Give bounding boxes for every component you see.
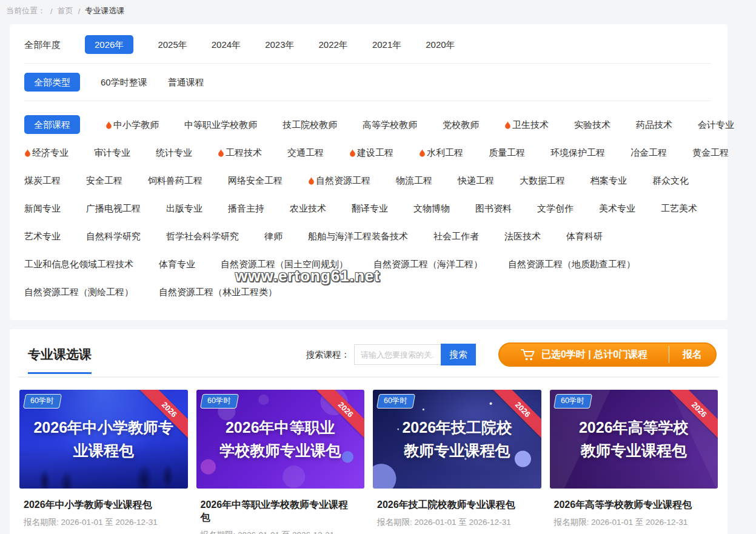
category-option[interactable]: 经济专业 <box>24 143 69 162</box>
category-option[interactable]: 美术专业 <box>599 199 635 218</box>
category-label: 经济专业 <box>32 147 69 158</box>
category-option[interactable]: 图书资料 <box>475 199 512 218</box>
category-option[interactable]: 农业技术 <box>290 199 326 218</box>
category-option[interactable]: 艺术专业 <box>24 227 61 245</box>
category-label: 文物博物 <box>413 203 450 213</box>
category-option[interactable]: 哲学社会科学研究 <box>166 227 239 245</box>
category-option[interactable]: 体育科研 <box>566 227 603 245</box>
category-option[interactable]: 自然资源工程（地质勘查工程） <box>508 255 635 273</box>
category-option[interactable]: 交通工程 <box>287 143 324 162</box>
category-option[interactable]: 会计专业 <box>698 115 734 134</box>
category-option[interactable]: 群众文化 <box>652 171 689 190</box>
type-option[interactable]: 60学时整课 <box>101 73 147 92</box>
category-option[interactable]: 自然资源工程（测绘工程） <box>24 282 133 301</box>
category-option[interactable]: 饲料兽药工程 <box>148 171 202 190</box>
category-option[interactable]: 党校教师 <box>443 115 479 134</box>
category-option[interactable]: 工程技术 <box>218 143 262 162</box>
year-option[interactable]: 2021年 <box>372 35 401 54</box>
category-option[interactable]: 建设工程 <box>349 143 393 162</box>
search-button[interactable]: 搜索 <box>441 344 476 365</box>
cart-enroll-button[interactable]: 已选0学时 | 总计0门课程 报名 <box>498 342 717 367</box>
type-option[interactable]: 普通课程 <box>168 73 204 92</box>
category-option[interactable]: 高等学校教师 <box>363 115 417 134</box>
category-option[interactable]: 自然科学研究 <box>86 227 141 245</box>
course-card[interactable]: 60学时20262026年中等职业学校教师专业课包2026年中等职业学校教师专业… <box>196 390 365 534</box>
category-option[interactable]: 实验技术 <box>574 115 610 134</box>
year-option[interactable]: 2025年 <box>158 35 187 54</box>
category-option[interactable]: 自然资源工程（海洋工程） <box>373 255 483 273</box>
category-option[interactable]: 大数据工程 <box>520 171 565 190</box>
type-option[interactable]: 全部类型 <box>24 73 80 92</box>
section-header: 专业课选课 搜索课程： 搜索 已选0学时 | 总计0门课程 报名 <box>18 339 719 378</box>
search-input[interactable] <box>354 344 441 365</box>
category-option[interactable]: 工业和信息化领域工程技术 <box>24 255 133 273</box>
category-label: 实验技术 <box>574 119 610 130</box>
category-option[interactable]: 工艺美术 <box>661 199 697 218</box>
category-option[interactable]: 自然资源工程（国土空间规划） <box>221 255 348 273</box>
category-option[interactable]: 审计专业 <box>94 143 130 162</box>
category-label: 饲料兽药工程 <box>148 175 202 185</box>
category-option[interactable]: 档案专业 <box>590 171 627 190</box>
course-period: 报名期限: 2026-01-01 至 2026-12-31 <box>24 517 181 528</box>
category-option[interactable]: 快递工程 <box>458 171 494 190</box>
category-option[interactable]: 网络安全工程 <box>228 171 283 190</box>
category-option[interactable]: 翻译专业 <box>352 199 388 218</box>
year-option[interactable]: 2023年 <box>265 35 294 54</box>
category-option[interactable]: 技工院校教师 <box>283 115 337 134</box>
category-label: 会计专业 <box>698 119 734 130</box>
category-option[interactable]: 出版专业 <box>166 199 202 218</box>
category-label: 卫生技术 <box>512 119 549 130</box>
course-card[interactable]: 60学时20262026年中小学教师专业课程包2026年中小学教师专业课程包报名… <box>19 390 188 534</box>
divider <box>24 101 711 101</box>
enroll-button[interactable]: 报名 <box>669 349 715 361</box>
category-option[interactable]: 煤炭工程 <box>24 171 61 190</box>
category-option[interactable]: 文学创作 <box>537 199 574 218</box>
year-option[interactable]: 2020年 <box>426 35 455 54</box>
category-label: 网络安全工程 <box>228 175 283 185</box>
category-option[interactable]: 船舶与海洋工程装备技术 <box>308 227 408 245</box>
category-option[interactable]: 法医技术 <box>504 227 541 245</box>
breadcrumb-label: 当前位置： <box>6 5 45 16</box>
breadcrumb-home-link[interactable]: 首页 <box>58 5 73 16</box>
category-option[interactable]: 卫生技术 <box>504 115 549 134</box>
category-option[interactable]: 新闻专业 <box>24 199 61 218</box>
category-label: 全部课程 <box>34 119 70 130</box>
category-option[interactable]: 全部课程 <box>24 115 80 134</box>
category-option[interactable]: 自然资源工程 <box>308 171 370 190</box>
category-option[interactable]: 水利工程 <box>419 143 463 162</box>
category-option[interactable]: 体育专业 <box>159 255 195 273</box>
year-option[interactable]: 2022年 <box>319 35 348 54</box>
category-option[interactable]: 文物博物 <box>413 199 450 218</box>
category-option[interactable]: 安全工程 <box>86 171 122 190</box>
category-option[interactable]: 质量工程 <box>489 143 525 162</box>
category-option[interactable]: 中等职业学校教师 <box>184 115 257 134</box>
category-option[interactable]: 冶金工程 <box>631 143 667 162</box>
category-label: 律师 <box>264 231 283 241</box>
category-option[interactable]: 播音主持 <box>228 199 264 218</box>
category-option[interactable]: 黄金工程 <box>692 143 729 162</box>
category-option[interactable]: 律师 <box>264 227 283 245</box>
category-option[interactable]: 统计专业 <box>156 143 192 162</box>
search-group: 搜索课程： 搜索 <box>306 344 477 375</box>
year-option[interactable]: 2026年 <box>85 35 133 54</box>
cart-summary-area[interactable]: 已选0学时 | 总计0门课程 <box>500 349 669 361</box>
category-label: 中小学教师 <box>113 119 159 130</box>
year-option[interactable]: 全部年度 <box>24 35 61 54</box>
category-option[interactable]: 中小学教师 <box>105 115 159 134</box>
course-period: 报名期限: 2026-01-01 至 2026-12-31 <box>377 517 534 528</box>
category-label: 煤炭工程 <box>24 175 61 185</box>
year-option[interactable]: 2024年 <box>212 35 241 54</box>
category-option[interactable]: 药品技术 <box>636 115 672 134</box>
category-option[interactable]: 物流工程 <box>396 171 432 190</box>
course-card[interactable]: 60学时20262026年技工院校教师专业课程包2026年技工院校教师专业课程包… <box>373 390 541 534</box>
category-option[interactable]: 环境保护工程 <box>550 143 605 162</box>
category-option[interactable]: 社会工作者 <box>433 227 479 245</box>
category-option[interactable]: 广播电视工程 <box>86 199 141 218</box>
category-label: 自然资源工程（林业工程类） <box>159 287 277 297</box>
flame-icon <box>504 121 511 129</box>
category-label: 工程技术 <box>226 147 262 158</box>
category-option[interactable]: 自然资源工程（林业工程类） <box>159 282 277 301</box>
thumbnail-title: 2026年中小学教师专业课程包 <box>19 416 188 462</box>
category-label: 船舶与海洋工程装备技术 <box>308 231 408 241</box>
course-card[interactable]: 60学时20262026年高等学校教师专业课程包2026年高等学校教师专业课程包… <box>550 390 718 534</box>
